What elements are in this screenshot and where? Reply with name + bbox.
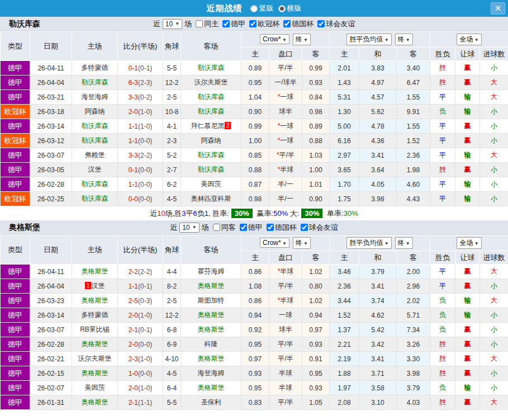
league-type-cell: 德甲 xyxy=(1,337,30,352)
away-team-cell: 勒沃库森 xyxy=(181,90,241,105)
date-cell: 26-02-15 xyxy=(30,366,72,381)
goals-label: 小 xyxy=(491,369,497,377)
handicap-cell: 半球 xyxy=(269,381,302,395)
scope-group-header: 全场 xyxy=(430,32,508,48)
match-count-select[interactable]: 10▼ xyxy=(163,19,182,29)
same-venue-checkbox-label: 同客 xyxy=(221,223,236,233)
goals-cell: 小 xyxy=(480,134,508,148)
team-label: 勒沃库森 xyxy=(198,107,225,115)
recent-label: 近 xyxy=(170,223,177,233)
result-cell: 胜 xyxy=(430,75,455,90)
result-label: 胜 xyxy=(439,340,446,348)
result-label: 平 xyxy=(439,122,446,130)
odds-stage-select[interactable]: 终 xyxy=(293,237,311,249)
avg-home-cell: 3.44 xyxy=(330,294,359,308)
same-venue-checkbox[interactable] xyxy=(213,224,220,231)
goals-label: 小 xyxy=(491,282,497,290)
team-label: 奥格斯堡 xyxy=(82,340,108,348)
bookmaker-select[interactable]: Crow* xyxy=(260,238,289,248)
league-checkbox-球会友谊[interactable] xyxy=(301,224,308,231)
result-label: 负 xyxy=(439,296,446,304)
league-type-cell: 德甲 xyxy=(1,90,30,105)
avg-stage-select[interactable]: 终 xyxy=(395,34,413,45)
summary-text: 近 xyxy=(150,209,157,219)
layout-radio-竖版[interactable]: 竖版 xyxy=(250,3,274,13)
handicap-result-label: 输 xyxy=(464,195,471,202)
league-checkbox-德国杯[interactable] xyxy=(267,224,274,231)
avg-away-cell: 2.36 xyxy=(397,148,430,163)
rate-badge: 30% xyxy=(231,209,253,218)
corner-cell: 6-9 xyxy=(163,337,181,352)
radio-icon xyxy=(278,5,286,12)
away-team-cell: 科隆 xyxy=(181,337,241,352)
score-halftime: (0-3) xyxy=(138,297,152,305)
table-row: 德甲26-02-28奥格斯堡2-0(0-0)6-9科隆0.95平/半0.932.… xyxy=(1,337,508,352)
home-team-cell: 美因茨 xyxy=(72,381,118,395)
team-label: 勒沃库森 xyxy=(198,166,225,173)
avg-select[interactable]: 胜平负均值 xyxy=(346,237,391,249)
handicap-result-label: 输 xyxy=(464,311,471,319)
goals-label: 小 xyxy=(491,107,497,115)
same-venue-checkbox[interactable] xyxy=(196,20,203,27)
avg-stage-select[interactable]: 终 xyxy=(395,237,413,249)
league-checkbox-球会友谊-label: 球会友谊 xyxy=(309,223,338,233)
league-checkbox-德甲[interactable] xyxy=(240,224,247,231)
result-cell: 平 xyxy=(430,119,455,134)
result-cell: 胜 xyxy=(430,395,455,410)
goals-cell: 小 xyxy=(480,381,508,395)
table-row: 德甲26-02-21沃尔夫斯堡2-3(1-0)4-10奥格斯堡0.97平/半0.… xyxy=(1,352,508,366)
handicap-label: 半/一 xyxy=(278,180,293,188)
score-halftime: (0-0) xyxy=(138,341,152,348)
score-halftime: (0-1) xyxy=(138,282,152,290)
league-checkbox-欧冠杯[interactable] xyxy=(249,20,257,27)
odds-stage-select[interactable]: 终 xyxy=(293,34,311,45)
handicap-result-cell: 赢 xyxy=(455,279,480,294)
avg-away-cell: 1.55 xyxy=(397,119,430,134)
team-label: 奥格斯堡 xyxy=(82,296,108,304)
handicap-cell: *半球 xyxy=(269,163,302,177)
avg-group-header: 胜平负均值终 xyxy=(330,235,430,251)
avg-home-cell: 3.46 xyxy=(330,265,359,279)
scope-select[interactable]: 全场 xyxy=(457,34,481,45)
home-odds-cell: 0.85 xyxy=(241,148,269,163)
away-team-cell: 圣保利 xyxy=(181,395,241,410)
goals-label: 大 xyxy=(491,355,497,362)
date-cell: 26-02-28 xyxy=(30,177,72,192)
away-team-cell: 奥格斯堡 xyxy=(181,323,241,337)
bookmaker-select[interactable]: Crow* xyxy=(260,34,289,44)
league-checkbox-德甲[interactable] xyxy=(222,20,230,27)
games-label: 场 xyxy=(202,223,209,233)
summary-text: 1 xyxy=(205,209,208,218)
layout-radio-横版[interactable]: 横版 xyxy=(278,3,302,13)
handicap-result-label: 赢 xyxy=(464,64,471,72)
goals-cell: 大 xyxy=(480,395,508,410)
score-cell: 1-1(0-0) xyxy=(118,134,163,148)
away-odds-cell: 0.84 xyxy=(302,90,330,105)
col-goals: 进球数 xyxy=(480,251,508,265)
table-row: 德甲26-03-07RB莱比锡2-1(0-1)6-8奥格斯堡0.92球半0.97… xyxy=(1,323,508,337)
close-button[interactable]: ✕ xyxy=(491,2,505,15)
avg-away-cell: 1.98 xyxy=(397,163,430,177)
handicap-label: 半球 xyxy=(280,267,293,275)
league-checkbox-德国杯-label: 德国杯 xyxy=(292,19,314,29)
handicap-cell: 一球 xyxy=(269,308,302,323)
handicap-result-label: 赢 xyxy=(464,398,471,406)
match-count-select[interactable]: 10▼ xyxy=(179,223,199,233)
league-checkbox-德国杯[interactable] xyxy=(283,20,291,27)
result-label: 平 xyxy=(439,151,446,159)
handicap-result-cell: 赢 xyxy=(455,395,480,410)
result-cell: 平 xyxy=(430,177,455,192)
corner-cell: 4-1 xyxy=(163,119,181,134)
league-checkbox-球会友谊[interactable] xyxy=(317,20,325,27)
score-halftime: (0-1) xyxy=(138,64,152,72)
avg-away-cell: 3.26 xyxy=(397,337,430,352)
away-team-cell: 海登海姆 xyxy=(181,366,241,381)
avg-select[interactable]: 胜平负均值 xyxy=(346,34,391,45)
league-type-cell: 德甲 xyxy=(1,381,30,395)
recent-label: 近 xyxy=(153,19,160,29)
handicap-result-label: 赢 xyxy=(464,355,471,362)
avg-draw-cell: 3.58 xyxy=(359,381,397,395)
result-label: 平 xyxy=(439,180,446,188)
scope-select[interactable]: 全场 xyxy=(457,237,481,249)
score-halftime: (0-0) xyxy=(138,195,152,203)
